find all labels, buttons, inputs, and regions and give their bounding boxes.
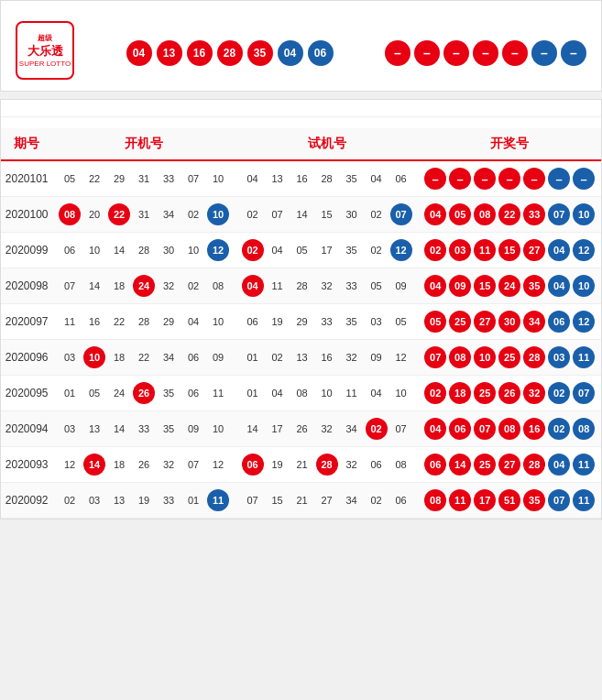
ball: – <box>548 168 570 190</box>
kaijang-cell: 04060708160208 <box>418 411 601 447</box>
kaijang-balls: ––––––– <box>421 168 597 190</box>
kaijang-balls: 04060708160208 <box>421 418 597 440</box>
ball: 27 <box>498 454 520 476</box>
ball: 10 <box>390 382 412 404</box>
ball: 10 <box>207 168 229 190</box>
ball: 10 <box>83 346 105 368</box>
ball: 32 <box>316 418 338 440</box>
ball: 33 <box>158 489 180 511</box>
ball: 16 <box>187 40 213 66</box>
ball: 16 <box>523 418 545 440</box>
kaijang-balls: 04091524350410 <box>421 275 597 297</box>
ball: 19 <box>267 311 289 333</box>
ball: 35 <box>158 382 180 404</box>
ball: – <box>443 40 469 66</box>
ball: – <box>523 168 545 190</box>
ball: 32 <box>158 454 180 476</box>
ball: 28 <box>316 168 338 190</box>
ball: 10 <box>474 346 496 368</box>
ball: 05 <box>83 382 105 404</box>
kaiji-cell: 03131433350910 <box>52 411 235 447</box>
ball: 18 <box>108 454 130 476</box>
ball: 15 <box>498 239 520 261</box>
shiji-balls: 04112832330509 <box>239 275 415 297</box>
shiji-cell: 04131628350406 <box>235 160 419 197</box>
kaiji-cell: 11162228290410 <box>52 304 235 340</box>
kaiji-cell: 01052426350611 <box>52 376 235 411</box>
kaijang-balls: 08111751350711 <box>421 489 597 511</box>
period-cell: 2020094 <box>1 411 52 447</box>
ball: 35 <box>158 418 180 440</box>
ball: 08 <box>424 489 446 511</box>
ball: 12 <box>207 239 229 261</box>
ball: 26 <box>133 382 155 404</box>
ball: 30 <box>158 239 180 261</box>
ball: 05 <box>424 311 446 333</box>
kaijang-balls: 06142527280411 <box>421 454 597 476</box>
ball: 01 <box>242 382 264 404</box>
ball: 02 <box>424 382 446 404</box>
ball: 03 <box>59 418 81 440</box>
ball: 13 <box>83 418 105 440</box>
table-row: 2020092020313193301110715212734020608111… <box>1 483 601 519</box>
ball: 30 <box>498 311 520 333</box>
kaiji-balls: 06101428301012 <box>56 239 232 261</box>
period-cell: 2020098 <box>1 268 52 304</box>
ball: 17 <box>267 418 289 440</box>
shiji-balls: 01040810110410 <box>239 382 415 404</box>
ball: 03 <box>366 311 388 333</box>
ball: 13 <box>291 346 313 368</box>
ball: 24 <box>133 275 155 297</box>
ball: 13 <box>108 489 130 511</box>
ball: 07 <box>390 418 412 440</box>
ball: 07 <box>182 454 204 476</box>
ball: 15 <box>474 275 496 297</box>
ball: 12 <box>573 311 595 333</box>
ball: 14 <box>83 275 105 297</box>
ball: 08 <box>474 203 496 225</box>
kaijang-cell: ––––––– <box>418 160 601 197</box>
ball: 09 <box>207 346 229 368</box>
table-row: 20201010522293133071004131628350406–––––… <box>1 160 601 197</box>
ball: 05 <box>449 203 471 225</box>
ball: 06 <box>59 239 81 261</box>
ball: 27 <box>523 239 545 261</box>
ball: 06 <box>242 311 264 333</box>
shiji-balls: 02040517350212 <box>239 239 415 261</box>
ball: 09 <box>366 346 388 368</box>
ball: 28 <box>523 346 545 368</box>
ball: 28 <box>291 275 313 297</box>
ball: 07 <box>548 489 570 511</box>
ball: 35 <box>341 239 363 261</box>
ball: 17 <box>316 239 338 261</box>
ball: 33 <box>133 418 155 440</box>
ball: 06 <box>390 489 412 511</box>
ball: 33 <box>158 168 180 190</box>
kaiji-cell: 06101428301012 <box>52 233 235 268</box>
ball: – <box>414 40 440 66</box>
ball: 28 <box>133 239 155 261</box>
ball: 02 <box>366 239 388 261</box>
ball: 18 <box>449 382 471 404</box>
ball: 02 <box>59 489 81 511</box>
column-header: 开机号 <box>52 128 235 160</box>
ball: 01 <box>59 382 81 404</box>
ball: 08 <box>59 203 81 225</box>
ball: 16 <box>316 346 338 368</box>
ball: 07 <box>59 275 81 297</box>
kaiji-balls: 05222931330710 <box>56 168 232 190</box>
ball: 16 <box>83 311 105 333</box>
table-row: 2020096031018223406090102131632091207081… <box>1 340 601 376</box>
ball: 18 <box>108 275 130 297</box>
ball: 21 <box>291 454 313 476</box>
shiji-balls: 04131628350406 <box>239 168 415 190</box>
ball: 28 <box>217 40 243 66</box>
ball: 08 <box>573 418 595 440</box>
ball: 22 <box>83 168 105 190</box>
kaijang-cell: 07081025280311 <box>418 340 601 376</box>
period-cell: 2020095 <box>1 376 52 411</box>
ball: 27 <box>316 489 338 511</box>
ball: – <box>498 168 520 190</box>
ball: 17 <box>474 489 496 511</box>
ball: 08 <box>498 418 520 440</box>
